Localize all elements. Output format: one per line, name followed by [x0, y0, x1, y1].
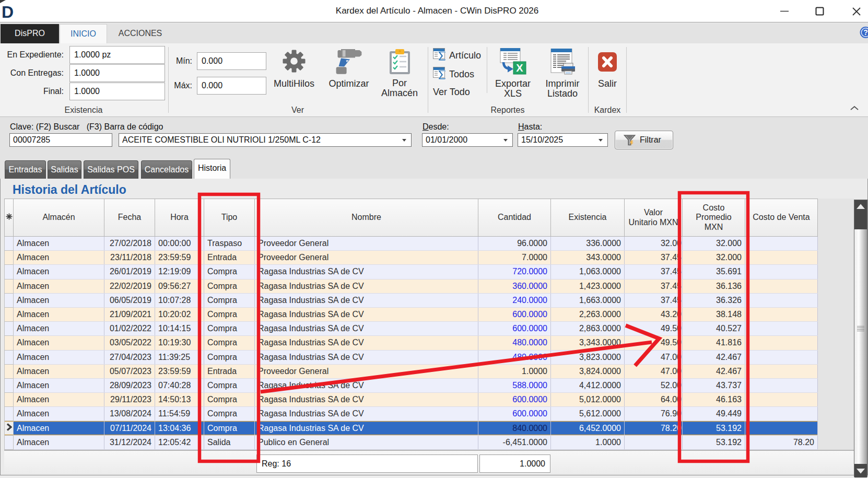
svg-text:X: X	[516, 62, 523, 74]
svg-text:?: ?	[863, 28, 868, 37]
